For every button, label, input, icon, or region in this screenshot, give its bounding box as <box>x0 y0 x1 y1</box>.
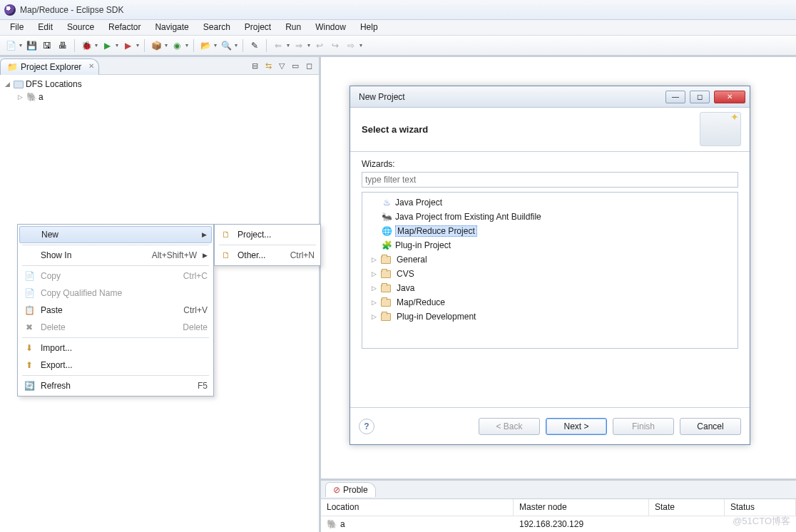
dfs-icon <box>13 78 24 90</box>
wizard-java[interactable]: ♨Java Project <box>362 195 738 210</box>
close-icon[interactable]: ✕ <box>88 62 94 70</box>
menu-search[interactable]: Search <box>196 20 238 35</box>
col-state[interactable]: State <box>649 499 725 516</box>
nav-back-button[interactable]: ⇐ <box>272 39 285 52</box>
ctx-paste-label: Paste <box>41 305 178 315</box>
new-type-button[interactable]: ◉ <box>170 39 183 52</box>
ctx-import-label: Import... <box>41 343 208 353</box>
wizard-pid-folder[interactable]: ▷Plug-in Development <box>362 310 738 324</box>
menu-run[interactable]: Run <box>278 20 308 35</box>
menu-source[interactable]: Source <box>60 20 101 35</box>
ctx-new[interactable]: New ▶ <box>19 226 212 243</box>
ctx-import[interactable]: ⬇ Import... <box>19 339 212 357</box>
plugin-icon: 🧩 <box>381 240 392 251</box>
col-location[interactable]: Location <box>321 499 514 516</box>
menu-project[interactable]: Project <box>238 20 278 35</box>
submenu-arrow-icon: ▶ <box>203 252 208 259</box>
hadoop-icon: 🐘 <box>327 519 337 529</box>
dialog-button-bar: ? < Back Next > Finish Cancel <box>350 407 750 444</box>
minimize-button[interactable]: — <box>665 91 685 103</box>
ctx-refresh-label: Refresh <box>41 381 192 391</box>
collapse-icon[interactable]: ◢ <box>3 81 11 88</box>
view-menu-button[interactable]: ▽ <box>276 60 287 71</box>
ctx-copy-label: Copy <box>41 271 178 281</box>
annotation-button[interactable]: ✎ <box>248 39 261 52</box>
debug-button[interactable]: 🐞 <box>80 39 93 52</box>
paste-icon: 📋 <box>24 305 35 316</box>
cancel-button[interactable]: Cancel <box>680 418 741 435</box>
node-a-label: a <box>39 92 44 102</box>
run-last-button[interactable]: ▶ <box>121 39 134 52</box>
project-explorer-tab[interactable]: 📁 Project Explorer ✕ <box>0 58 99 75</box>
export-icon: ⬆ <box>24 359 35 371</box>
nav-fwd-button[interactable]: ⇒ <box>292 39 305 52</box>
new-wizard-button[interactable]: 📄 <box>4 39 17 52</box>
search-button[interactable]: 🔍 <box>220 39 233 52</box>
maximize-button[interactable]: ◻ <box>690 91 710 103</box>
col-master[interactable]: Master node <box>514 499 649 516</box>
tree-row-a[interactable]: ▷ 🐘 a <box>0 91 319 103</box>
watermark: @51CTO博客 <box>733 515 790 528</box>
new-package-button[interactable]: 📦 <box>150 39 163 52</box>
ctx-showin-label: Show In <box>41 250 146 260</box>
menu-help[interactable]: Help <box>353 20 385 35</box>
help-button[interactable]: ? <box>359 419 374 434</box>
dialog-title: New Project <box>359 92 405 102</box>
print-button[interactable]: 🖶 <box>56 39 69 52</box>
tree-row-dfs[interactable]: ◢ DFS Locations <box>0 78 319 91</box>
mapreduce-icon: 🌐 <box>381 225 392 237</box>
next-button[interactable]: Next > <box>546 418 607 435</box>
problems-tab[interactable]: ⊘ Proble <box>325 482 376 497</box>
other-icon: 🗋 <box>220 250 232 261</box>
save-all-button[interactable]: 🖫 <box>41 39 53 52</box>
run-button[interactable]: ▶ <box>101 39 113 52</box>
open-type-button[interactable]: 📂 <box>199 39 212 52</box>
minimize-view-button[interactable]: ▭ <box>290 60 301 71</box>
collapse-all-button[interactable]: ⊟ <box>249 60 260 71</box>
nav-prev-button[interactable]: ↩ <box>313 39 326 52</box>
dialog-title-bar[interactable]: New Project — ◻ ✕ <box>350 86 750 108</box>
menu-edit[interactable]: Edit <box>31 20 60 35</box>
nav-last-button[interactable]: ⇨ <box>345 39 357 52</box>
ctx-refresh[interactable]: 🔄 Refresh F5 <box>19 377 212 394</box>
close-button[interactable]: ✕ <box>714 91 745 103</box>
filter-input[interactable] <box>362 172 738 188</box>
context-submenu-new: 🗋 Project... 🗋 Other... Ctrl+N <box>214 224 321 266</box>
dfs-label: DFS Locations <box>26 79 82 89</box>
wizard-mr-folder[interactable]: ▷Map/Reduce <box>362 295 738 310</box>
project-explorer-tree[interactable]: ◢ DFS Locations ▷ 🐘 a <box>0 75 319 106</box>
ctx-delete: ✖ Delete Delete <box>19 319 212 336</box>
link-editor-button[interactable]: ⇆ <box>262 60 274 71</box>
wizard-plugin[interactable]: 🧩Plug-in Project <box>362 238 738 252</box>
problems-tab-bar: ⊘ Proble <box>321 481 796 499</box>
ctx-showin[interactable]: Show In Alt+Shift+W ▶ <box>19 247 212 264</box>
nav-next-button[interactable]: ↪ <box>329 39 342 52</box>
wizard-ant[interactable]: 🐜Java Project from Existing Ant Buildfil… <box>362 210 738 224</box>
expand-icon[interactable]: ▷ <box>16 93 24 101</box>
project-explorer-title: Project Explorer <box>21 62 81 72</box>
wizard-general[interactable]: ▷General <box>362 252 738 267</box>
wizard-java-folder[interactable]: ▷Java <box>362 281 738 295</box>
wizard-list[interactable]: ♨Java Project 🐜Java Project from Existin… <box>362 192 738 349</box>
maximize-view-button[interactable]: ◻ <box>303 60 315 71</box>
menu-file[interactable]: File <box>3 20 31 35</box>
ctx-export[interactable]: ⬆ Export... <box>19 357 212 374</box>
table-row[interactable]: 🐘 a 192.168.230.129 <box>321 516 796 532</box>
sub-other-sc: Ctrl+N <box>290 250 315 260</box>
copy-icon: 📄 <box>24 270 35 282</box>
folder-icon <box>381 256 391 264</box>
ctx-paste[interactable]: 📋 Paste Ctrl+V <box>19 302 212 319</box>
menu-refactor[interactable]: Refactor <box>101 20 148 35</box>
sub-other[interactable]: 🗋 Other... Ctrl+N <box>216 247 319 264</box>
wizard-mapreduce[interactable]: 🌐Map/Reduce Project <box>362 224 738 238</box>
save-button[interactable]: 💾 <box>25 39 38 52</box>
copy-qn-icon: 📄 <box>24 287 35 299</box>
menu-navigate[interactable]: Navigate <box>148 20 195 35</box>
eclipse-icon <box>4 4 16 16</box>
blank-icon <box>24 229 36 240</box>
wizard-cvs[interactable]: ▷CVS <box>362 267 738 281</box>
menu-window[interactable]: Window <box>308 20 353 35</box>
sub-project[interactable]: 🗋 Project... <box>216 226 319 243</box>
ctx-new-label: New <box>41 230 196 240</box>
col-status[interactable]: Status <box>725 499 796 516</box>
